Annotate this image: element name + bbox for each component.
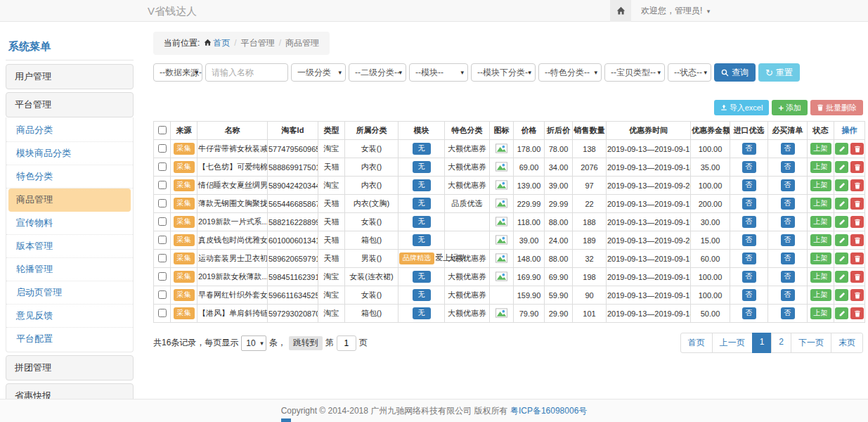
status-badge[interactable]: 上架 (810, 179, 831, 191)
sidebar-sub-item[interactable]: 平台配置 (6, 328, 133, 350)
row-checkbox[interactable] (158, 254, 167, 262)
row-checkbox[interactable] (158, 162, 167, 171)
row-checkbox[interactable] (158, 272, 167, 281)
sidebar-sub-item[interactable]: 商品分类 (6, 119, 133, 142)
import-select-toggle[interactable]: 否 (742, 216, 756, 228)
jump-button[interactable]: 跳转到 (289, 336, 323, 350)
import-select-toggle[interactable]: 否 (742, 307, 756, 319)
row-checkbox[interactable] (158, 199, 167, 207)
filter-select[interactable]: --特色分类--▾ (538, 63, 602, 82)
status-badge[interactable]: 上架 (810, 271, 831, 283)
page-button[interactable]: 首页 (680, 333, 713, 353)
row-checkbox[interactable] (158, 309, 167, 317)
sidebar-sub-item[interactable]: 意见反馈 (6, 305, 133, 328)
add-button[interactable]: + 添加 (772, 100, 808, 115)
edit-button[interactable] (835, 179, 848, 191)
row-checkbox[interactable] (158, 290, 167, 299)
row-checkbox[interactable] (158, 236, 167, 244)
edit-button[interactable] (835, 216, 848, 228)
must-buy-toggle[interactable]: 否 (781, 216, 795, 228)
must-buy-toggle[interactable]: 否 (781, 271, 795, 283)
import-excel-button[interactable]: 导入excel (714, 100, 770, 115)
import-select-toggle[interactable]: 否 (742, 252, 756, 264)
row-checkbox[interactable] (158, 217, 167, 226)
filter-select[interactable]: --状态--▾ (668, 63, 711, 82)
per-page-select[interactable]: 10 ▾ (241, 335, 266, 351)
must-buy-toggle[interactable]: 否 (781, 252, 795, 264)
user-menu[interactable]: 欢迎您，管理员! ▾ (641, 5, 710, 17)
import-select-toggle[interactable]: 否 (742, 271, 756, 283)
filter-select[interactable]: --宝贝类型--▾ (604, 63, 665, 82)
import-select-toggle[interactable]: 否 (742, 161, 756, 173)
page-button[interactable]: 2 (771, 333, 791, 353)
page-button[interactable]: 上一页 (712, 333, 753, 353)
edit-button[interactable] (835, 198, 848, 210)
row-checkbox[interactable] (158, 144, 167, 153)
status-badge[interactable]: 上架 (810, 161, 831, 173)
delete-button[interactable] (850, 179, 864, 191)
status-badge[interactable]: 上架 (810, 216, 831, 228)
edit-button[interactable] (835, 252, 848, 264)
edit-button[interactable] (835, 161, 848, 173)
filter-select[interactable]: --模块--▾ (409, 63, 468, 82)
delete-button[interactable] (850, 289, 864, 301)
delete-button[interactable] (850, 143, 864, 155)
home-button[interactable] (610, 0, 631, 22)
sidebar-sub-item[interactable]: 启动页管理 (6, 281, 133, 305)
must-buy-toggle[interactable]: 否 (781, 307, 795, 319)
edit-button[interactable] (835, 271, 848, 283)
sidebar-sub-item[interactable]: 轮播管理 (6, 258, 133, 281)
must-buy-toggle[interactable]: 否 (781, 161, 795, 173)
select-all-checkbox[interactable] (158, 126, 167, 134)
delete-button[interactable] (850, 252, 864, 264)
must-buy-toggle[interactable]: 否 (781, 234, 795, 246)
row-checkbox[interactable] (158, 181, 167, 189)
status-badge[interactable]: 上架 (810, 198, 831, 210)
sidebar-sub-item[interactable]: 模块商品分类 (6, 142, 133, 165)
reset-button[interactable]: ↻ 重置 (758, 63, 800, 82)
status-badge[interactable]: 上架 (810, 252, 831, 264)
delete-button[interactable] (850, 271, 864, 283)
import-select-toggle[interactable]: 否 (742, 198, 756, 210)
sidebar-group-item[interactable]: 拼团管理 (6, 355, 134, 381)
search-input[interactable] (205, 63, 288, 82)
import-select-toggle[interactable]: 否 (742, 179, 756, 191)
sidebar-sub-item[interactable]: 宣传物料 (6, 212, 133, 235)
edit-button[interactable] (835, 234, 848, 246)
delete-button[interactable] (850, 234, 864, 246)
page-button[interactable]: 下一页 (791, 333, 831, 353)
page-button[interactable]: 末页 (831, 333, 863, 353)
must-buy-toggle[interactable]: 否 (781, 198, 795, 210)
edit-button[interactable] (835, 143, 848, 155)
sidebar-group-item[interactable]: 平台管理 (6, 92, 134, 117)
edit-button[interactable] (835, 289, 848, 301)
delete-button[interactable] (850, 307, 864, 319)
sidebar-sub-item[interactable]: 特色分类 (6, 165, 133, 188)
sidebar-sub-item[interactable]: 版本管理 (6, 235, 133, 258)
icp-link[interactable]: 粤ICP备16098006号 (510, 405, 587, 417)
delete-button[interactable] (850, 198, 864, 210)
page-button[interactable]: 1 (752, 333, 772, 353)
delete-button[interactable] (850, 216, 864, 228)
delete-button[interactable] (850, 161, 864, 173)
jump-page-input[interactable] (337, 335, 356, 351)
must-buy-toggle[interactable]: 否 (781, 179, 795, 191)
filter-select[interactable]: 一级分类▾ (291, 63, 346, 82)
status-badge[interactable]: 上架 (810, 289, 831, 301)
import-select-toggle[interactable]: 否 (742, 234, 756, 246)
status-badge[interactable]: 上架 (810, 143, 831, 155)
edit-button[interactable] (835, 307, 848, 319)
breadcrumb-home-link[interactable]: 首页 (213, 38, 230, 48)
filter-select[interactable]: --二级分类--▾ (349, 63, 406, 82)
sidebar-sub-item[interactable]: 商品管理 (8, 188, 131, 212)
must-buy-toggle[interactable]: 否 (781, 289, 795, 301)
status-badge[interactable]: 上架 (810, 234, 831, 246)
status-badge[interactable]: 上架 (810, 307, 831, 319)
filter-select[interactable]: --模块下分类--▾ (471, 63, 536, 82)
import-select-toggle[interactable]: 否 (742, 289, 756, 301)
batch-delete-button[interactable]: 批量删除 (810, 100, 863, 115)
data-source-select[interactable]: --数据来源-- ▾ (153, 63, 202, 82)
sidebar-group-item[interactable]: 用户管理 (6, 64, 134, 89)
query-button[interactable]: 查询 (714, 63, 756, 82)
must-buy-toggle[interactable]: 否 (781, 143, 795, 155)
